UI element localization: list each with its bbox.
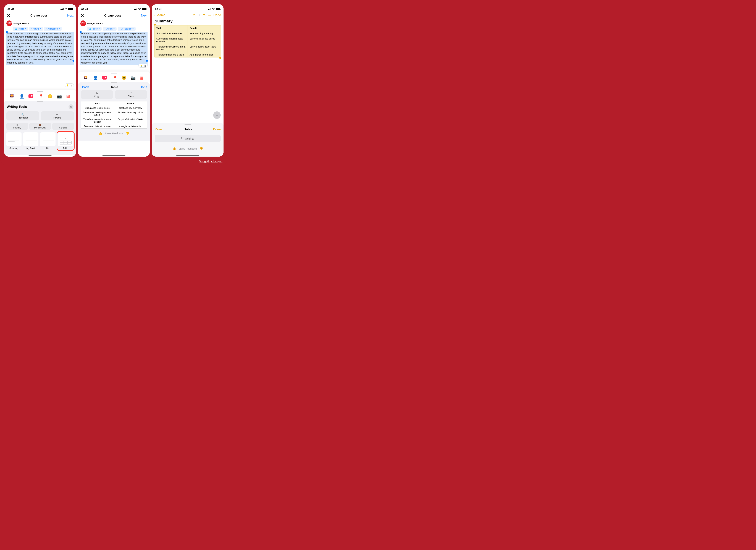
- keypoints-option[interactable]: ↓ Key Points: [23, 132, 38, 150]
- album-pill[interactable]: + Album ▼: [29, 27, 43, 31]
- home-indicator[interactable]: [176, 155, 199, 156]
- author-name: Gadget Hacks: [14, 22, 29, 25]
- friendly-button[interactable]: ☺Friendly: [6, 123, 28, 130]
- avatar[interactable]: GADGETHACKS: [6, 20, 12, 26]
- photo-icon[interactable]: 🌄: [84, 76, 88, 80]
- concise-icon: ≑: [62, 124, 64, 126]
- post-text[interactable]: When you want to keep things short, but …: [6, 32, 74, 65]
- visibility-pill[interactable]: 🌐 Public ▼: [87, 27, 102, 31]
- camera-icon[interactable]: 📷: [57, 94, 61, 98]
- post-options: 🌐 Public ▼ + Album ▼ + AI label off ▼: [78, 26, 150, 32]
- ai-label-pill[interactable]: + AI label off ▼: [44, 27, 62, 31]
- magnifier-icon: 🔍: [21, 113, 24, 116]
- more-icon[interactable]: ▦: [140, 76, 144, 80]
- more-icon[interactable]: ⋯: [208, 13, 211, 17]
- original-button[interactable]: ↻Original: [155, 135, 221, 142]
- album-pill[interactable]: + Album ▼: [103, 27, 117, 31]
- notes-table[interactable]: TaskResult Summarize lecture notesNeat a…: [154, 25, 221, 57]
- table-header: Result: [188, 25, 221, 31]
- next-button[interactable]: Next: [141, 14, 147, 17]
- add-button[interactable]: ＋: [213, 111, 221, 119]
- feeling-icon[interactable]: 😊: [122, 76, 125, 80]
- tip-button[interactable]: 💡 Tip: [138, 64, 148, 68]
- photo-icon[interactable]: 🌄: [10, 94, 14, 98]
- done-button[interactable]: Done: [213, 128, 221, 131]
- done-button[interactable]: Done: [140, 85, 147, 89]
- table-cell: Neat and tidy summary: [188, 31, 221, 36]
- table-option-highlighted[interactable]: ↓ Table: [57, 131, 75, 151]
- home-indicator[interactable]: [28, 155, 52, 156]
- close-sheet-button[interactable]: ✕: [69, 104, 73, 109]
- note-title[interactable]: Summary: [152, 18, 224, 25]
- attachment-strip: 🌄 👤 📍 😊 📷 ▦: [4, 93, 76, 100]
- next-button[interactable]: Next: [67, 14, 73, 17]
- table-cell: Bulleted list of key points: [188, 36, 221, 44]
- live-icon[interactable]: [102, 76, 107, 80]
- share-feedback-link[interactable]: Share Feedback: [179, 147, 197, 150]
- location-icon[interactable]: 📍: [112, 76, 116, 80]
- post-editor[interactable]: When you want to keep things short, but …: [78, 32, 150, 65]
- concise-button[interactable]: ≑Concise: [52, 123, 74, 130]
- close-icon[interactable]: ✕: [7, 14, 10, 18]
- phone-2: 09:41 ✕ Create post Next GADGETHACKS Gad…: [78, 4, 150, 157]
- thumbs-up-icon[interactable]: 👍: [99, 131, 102, 135]
- wifi-icon: [64, 8, 67, 10]
- thumbs-down-icon[interactable]: 👎: [125, 131, 129, 135]
- selection-handle-start[interactable]: [6, 31, 8, 33]
- list-option[interactable]: ↓ List: [40, 132, 55, 150]
- visibility-pill[interactable]: 🌐 Public ▼: [13, 27, 28, 31]
- wifi-icon: [138, 8, 141, 10]
- live-icon[interactable]: [28, 94, 33, 98]
- grabber[interactable]: [111, 73, 117, 73]
- feeling-icon[interactable]: 😊: [48, 94, 52, 98]
- table-cell: Transform instructions into a task list: [81, 117, 114, 124]
- thumbs-down-icon[interactable]: 👎: [199, 147, 203, 151]
- location-icon[interactable]: 📍: [38, 94, 42, 98]
- share-icon[interactable]: ⇪: [203, 13, 205, 17]
- writing-tools-title: Writing Tools: [7, 105, 27, 109]
- cellular-icon: [134, 8, 137, 10]
- back-search-button[interactable]: ‹ Search: [154, 13, 165, 17]
- selection-handle-end[interactable]: [146, 60, 148, 62]
- thumbs-up-icon[interactable]: 👍: [172, 147, 176, 151]
- selection-handle-start[interactable]: [80, 31, 82, 33]
- proofread-button[interactable]: 🔍Proofread: [6, 111, 39, 120]
- status-time: 09:41: [81, 8, 88, 11]
- home-indicator[interactable]: [102, 155, 125, 156]
- post-text[interactable]: When you want to keep things short, but …: [80, 32, 148, 65]
- phone-1: 09:41 ✕ Create post Next GADGETHACKS Gad…: [4, 4, 76, 157]
- post-editor[interactable]: When you want to keep things short, but …: [4, 32, 76, 65]
- ai-label-pill[interactable]: + AI label off ▼: [118, 27, 135, 31]
- summary-option[interactable]: ↓ Summary: [6, 132, 22, 150]
- grabber-inner[interactable]: [37, 101, 43, 102]
- rewrite-button[interactable]: ⟳Rewrite: [41, 111, 74, 120]
- share-button[interactable]: ⇪Share: [115, 90, 147, 99]
- tag-person-icon[interactable]: 👤: [93, 76, 97, 80]
- revert-button[interactable]: Revert: [155, 128, 164, 131]
- more-icon[interactable]: ▦: [66, 94, 70, 98]
- undo-icon[interactable]: ↶: [192, 13, 195, 17]
- grabber[interactable]: [37, 91, 43, 92]
- table-cell: Bulleted list of key points: [114, 110, 147, 117]
- tip-button[interactable]: 💡 Tip: [65, 83, 74, 87]
- sheet: 🌄 👤 📍 😊 📷 ▦ Writing Tools ✕ 🔍Proofread ⟳…: [4, 90, 76, 157]
- selection-handle-end[interactable]: [72, 60, 74, 62]
- grabber[interactable]: [185, 124, 191, 125]
- camera-icon[interactable]: 📷: [131, 76, 135, 80]
- done-button[interactable]: Done: [214, 13, 221, 17]
- phone-3-notes: 09:41 ‹ Search ↶ ↷ ⇪ ⋯ Done Summary Task…: [152, 4, 224, 157]
- writing-tools-sheet: Writing Tools ✕ 🔍Proofread ⟳Rewrite ☺Fri…: [4, 101, 76, 155]
- avatar[interactable]: GADGETHACKS: [80, 20, 86, 26]
- share-feedback-link[interactable]: Share Feedback: [105, 132, 123, 135]
- battery-icon: [142, 8, 146, 10]
- copy-button[interactable]: ⧉Copy: [81, 90, 113, 99]
- selection-handle-end[interactable]: [219, 57, 221, 59]
- grabber-inner[interactable]: [111, 82, 117, 83]
- table-cell: Transform data into a table: [81, 124, 114, 128]
- share-icon: ⇪: [130, 92, 132, 94]
- nav-title: Create post: [104, 14, 121, 17]
- back-button[interactable]: ‹ Back: [81, 85, 89, 89]
- tag-person-icon[interactable]: 👤: [19, 94, 23, 98]
- professional-button[interactable]: 💼Professional: [29, 123, 51, 130]
- close-icon[interactable]: ✕: [81, 14, 84, 18]
